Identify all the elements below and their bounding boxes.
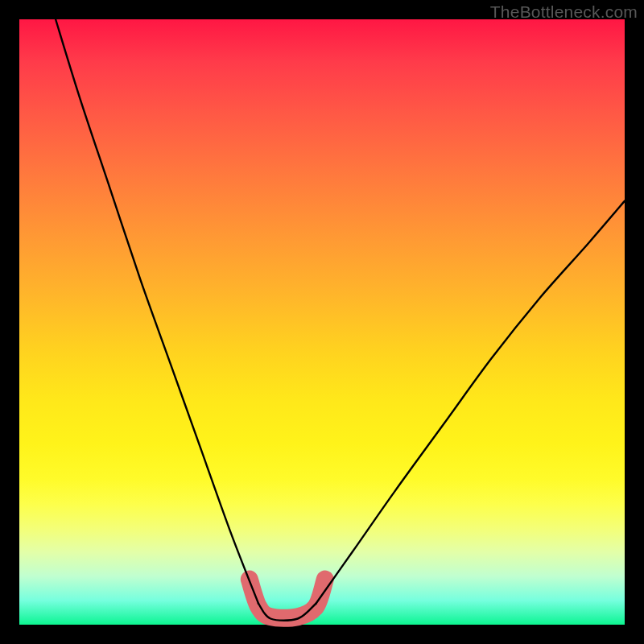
curve-layer bbox=[19, 19, 625, 625]
chart-frame: TheBottleneck.com bbox=[0, 0, 644, 644]
right-curve-path bbox=[316, 201, 625, 604]
highlight-marker-path bbox=[250, 580, 325, 618]
left-curve-path bbox=[56, 19, 258, 604]
plot-area bbox=[19, 19, 625, 625]
